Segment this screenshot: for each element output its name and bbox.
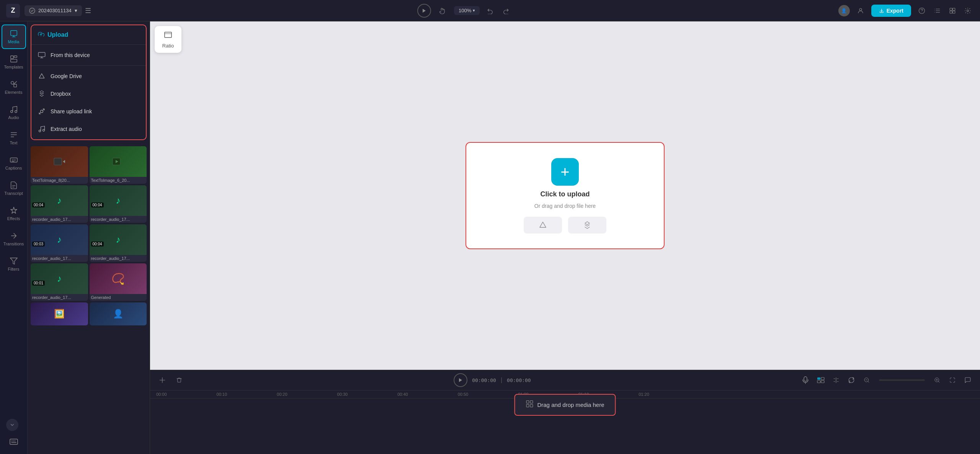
- timeline-zoom-out[interactable]: [861, 374, 873, 386]
- media-thumb-7[interactable]: ♪ 00:01 recorder_audio_17...: [31, 263, 88, 301]
- upload-dropbox[interactable]: Dropbox: [31, 85, 146, 103]
- media-thumb-3[interactable]: ♪ 00:04 recorder_audio_17...: [31, 185, 88, 223]
- dropbox-upload-button[interactable]: [568, 217, 606, 234]
- media-thumb-label-4: recorder_audio_17...: [90, 216, 147, 223]
- list-button[interactable]: [931, 5, 943, 17]
- sidebar-item-filters[interactable]: Filters: [2, 252, 26, 276]
- chat-button[interactable]: [962, 374, 974, 386]
- timeline-split-button[interactable]: [156, 374, 168, 386]
- sidebar-item-captions[interactable]: Captions: [2, 151, 26, 175]
- cloud-icon: [29, 8, 35, 14]
- extract-audio-icon: [38, 125, 46, 133]
- fullscreen-button[interactable]: [946, 374, 959, 386]
- extract-audio-item[interactable]: Extract audio: [31, 120, 146, 138]
- sidebar-item-label-captions: Captions: [5, 166, 22, 170]
- upload-google-drive[interactable]: Google Drive: [31, 67, 146, 85]
- dropbox-btn-icon: [583, 220, 592, 230]
- upload-menu-header[interactable]: Upload: [31, 27, 146, 43]
- media-icon: [10, 29, 18, 38]
- microphone-button[interactable]: [799, 374, 812, 386]
- media-panel: Upload From this device Google Drive: [28, 21, 150, 454]
- sidebar-item-text[interactable]: Text: [2, 126, 26, 150]
- svg-rect-37: [530, 404, 533, 407]
- svg-marker-22: [63, 160, 65, 163]
- timeline-zoom-in[interactable]: [931, 374, 943, 386]
- layout-button[interactable]: [946, 5, 959, 17]
- sidebar-item-transitions[interactable]: Transitions: [2, 227, 26, 251]
- sidebar-item-label-audio: Audio: [8, 115, 19, 120]
- media-thumb-6[interactable]: ♪ 00:04 recorder_audio_17...: [90, 224, 147, 262]
- time-mark-8: 01:20: [639, 392, 649, 397]
- media-thumb-1[interactable]: TextToImage_8|20...: [31, 146, 88, 184]
- canvas-area: Ratio + Click to upload Or drag and drop…: [150, 21, 980, 454]
- svg-rect-27: [804, 377, 807, 381]
- timeline-right-icons: [799, 374, 974, 386]
- sidebar-item-label-text: Text: [10, 140, 17, 145]
- chat-icon: [964, 377, 971, 384]
- upload-drop-zone[interactable]: + Click to upload Or drag and drop file …: [466, 142, 665, 249]
- media-insert-button[interactable]: [815, 374, 827, 386]
- project-name-button[interactable]: 202403011134 ▾: [24, 5, 82, 16]
- filters-icon: [10, 257, 18, 265]
- plus-icon: +: [560, 164, 569, 180]
- keyboard-shortcut-button[interactable]: [6, 434, 21, 449]
- preview-play-button[interactable]: [417, 4, 431, 18]
- music-note-icon: ♪: [57, 195, 62, 206]
- media-thumb-2[interactable]: TextToImage_6_20...: [90, 146, 147, 184]
- effects-icon: [10, 206, 18, 215]
- ratio-button[interactable]: Ratio: [155, 26, 181, 53]
- upload-menu: Upload From this device Google Drive: [31, 24, 147, 140]
- account-button[interactable]: [854, 5, 867, 17]
- loop-button[interactable]: [845, 374, 858, 386]
- media-thumb-4[interactable]: ♪ 00:04 recorder_audio_17...: [90, 185, 147, 223]
- zoom-control[interactable]: 100% ▾: [454, 6, 480, 15]
- sidebar-item-effects[interactable]: Effects: [2, 201, 26, 226]
- settings-button[interactable]: [962, 5, 974, 17]
- svg-rect-35: [530, 400, 533, 403]
- media-thumb-label-1: TextToImage_8|20...: [31, 177, 88, 184]
- media-thumb-5[interactable]: ♪ 00:03 recorder_audio_17...: [31, 224, 88, 262]
- media-thumb-9[interactable]: 🖼️: [31, 302, 88, 325]
- elements-icon: [10, 80, 18, 88]
- captions-icon: [10, 156, 18, 164]
- sidebar-item-templates[interactable]: Templates: [2, 50, 26, 74]
- time-mark-4: 00:40: [397, 392, 408, 397]
- sidebar-item-label-transcript: Transcript: [4, 191, 23, 196]
- ratio-icon: [163, 30, 173, 41]
- sidebar-bottom: [6, 419, 21, 454]
- list-icon: [934, 7, 941, 14]
- user-avatar: 👤: [838, 5, 850, 16]
- upload-from-device[interactable]: From this device: [31, 46, 146, 64]
- sidebar-item-elements[interactable]: Elements: [2, 75, 26, 100]
- undo-button[interactable]: [484, 5, 497, 17]
- google-drive-upload-button[interactable]: [524, 217, 562, 234]
- svg-rect-29: [821, 377, 824, 380]
- duration-badge-6: 00:04: [91, 242, 104, 247]
- redo-button[interactable]: [500, 5, 512, 17]
- media-thumb-8[interactable]: 📿 Generated: [90, 263, 147, 301]
- upload-cloud-icon: [38, 31, 44, 38]
- hamburger-menu[interactable]: ☰: [85, 7, 91, 15]
- export-button[interactable]: Export: [871, 5, 911, 17]
- upload-share-link[interactable]: Share upload link: [31, 103, 146, 120]
- hand-tool-button[interactable]: [436, 4, 449, 18]
- media-thumb-label-2: TextToImage_6_20...: [90, 177, 147, 184]
- account-icon: [857, 7, 864, 14]
- svg-rect-25: [165, 32, 172, 38]
- timeline-zoom-slider[interactable]: [879, 379, 925, 381]
- timeline-play-button[interactable]: [454, 373, 467, 387]
- fullscreen-icon: [949, 377, 956, 383]
- sidebar-item-transcript[interactable]: Transcript: [2, 176, 26, 201]
- sidebar-item-media[interactable]: Media: [2, 24, 26, 49]
- drag-drop-media-zone[interactable]: Drag and drop media here: [514, 394, 616, 416]
- help-button[interactable]: [916, 5, 928, 17]
- transitions-icon: [10, 232, 18, 240]
- split-clip-button[interactable]: [830, 374, 842, 386]
- upload-cloud-buttons: [524, 217, 606, 234]
- sidebar-item-audio[interactable]: Audio: [2, 100, 26, 125]
- timeline-delete-button[interactable]: [173, 374, 185, 386]
- google-drive-icon: [38, 72, 46, 80]
- collapse-sidebar-button[interactable]: [6, 419, 18, 431]
- media-thumb-10[interactable]: 👤: [90, 302, 147, 325]
- upload-plus-button[interactable]: +: [551, 158, 579, 186]
